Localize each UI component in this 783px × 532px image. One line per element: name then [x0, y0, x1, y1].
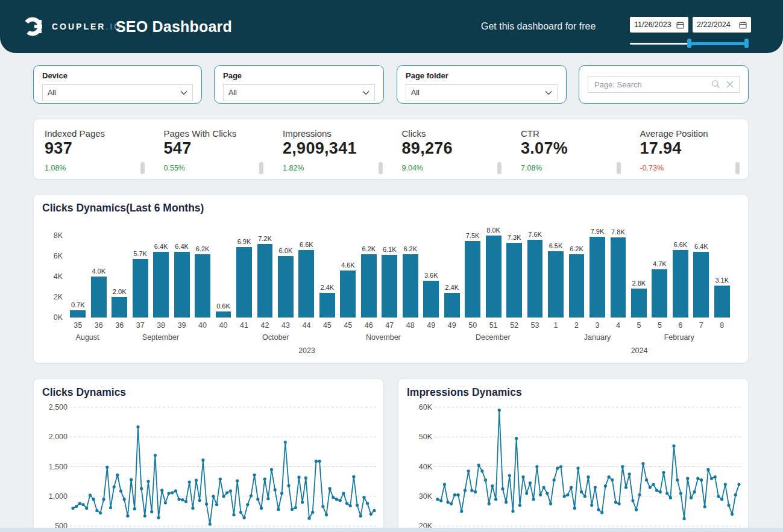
bar[interactable]: [257, 244, 273, 318]
data-point: [171, 491, 174, 494]
bar[interactable]: [195, 254, 210, 318]
month-label: August: [76, 333, 99, 342]
bar[interactable]: [423, 281, 439, 318]
impressions-dynamics-plot[interactable]: [435, 403, 742, 531]
bar-value-label: 8.0K: [486, 227, 500, 234]
filter-device-select[interactable]: All: [42, 84, 193, 101]
bar[interactable]: [91, 277, 107, 318]
bar[interactable]: [590, 237, 605, 318]
data-point: [201, 458, 204, 462]
kpi-scrollbar[interactable]: [497, 162, 502, 174]
bar[interactable]: [112, 297, 127, 318]
bar-slot: 6.0K: [275, 236, 296, 318]
bar[interactable]: [236, 247, 252, 318]
data-point: [573, 507, 576, 510]
date-from-input[interactable]: 11/26/2023: [630, 17, 688, 33]
kpi-label: Indexed Pages: [45, 128, 145, 139]
data-point: [157, 516, 160, 519]
filter-device: Device All: [33, 65, 202, 104]
bar[interactable]: [631, 289, 647, 318]
bar[interactable]: [361, 254, 377, 318]
bar[interactable]: [319, 293, 335, 318]
kpi-scrollbar[interactable]: [379, 162, 383, 174]
kpi-value: 89,276: [402, 139, 502, 158]
slider-track[interactable]: [630, 43, 690, 45]
bar-value-label: 6.0K: [279, 247, 293, 254]
bar[interactable]: [611, 237, 626, 318]
year-label: 2023: [298, 346, 315, 355]
kpi-scrollbar[interactable]: [617, 162, 621, 174]
data-point: [508, 474, 511, 477]
data-point: [342, 492, 345, 495]
page-search-card: [579, 65, 749, 104]
clicks-dynamics-plot[interactable]: [70, 403, 377, 531]
data-point: [362, 496, 365, 499]
page-search-input[interactable]: [593, 80, 711, 90]
bar[interactable]: [486, 236, 502, 318]
clicks-chart-area: 2,5002,0001,5001,000500: [42, 403, 376, 532]
bar[interactable]: [652, 269, 667, 318]
kpi-scrollbar[interactable]: [259, 162, 263, 174]
data-point: [71, 507, 74, 510]
bar[interactable]: [673, 250, 688, 318]
bar-slot: 4.6K: [338, 236, 358, 318]
bar[interactable]: [340, 271, 356, 318]
filter-page-folder-select[interactable]: All: [406, 84, 558, 101]
data-point: [246, 503, 249, 506]
clicks-dynamics-chart-card: Clicks Dynamics 2,5002,0001,5001,000500: [33, 378, 384, 532]
bar-value-label: 6.2K: [403, 245, 417, 252]
kpi-ctr: CTR3.07%7.08%: [510, 119, 629, 179]
impressions-dynamics-chart-card: Impressions Dynamics 60K50K40K30K20K: [398, 378, 749, 532]
coupler-logo[interactable]: COUPLER.IO: [22, 14, 122, 39]
horizontal-scrollbar[interactable]: [0, 528, 783, 532]
bar[interactable]: [506, 243, 522, 318]
bar[interactable]: [382, 255, 397, 318]
y-axis-tick: 2K: [54, 293, 63, 301]
x-axis-tick: 41: [234, 321, 254, 330]
slider-handle-start[interactable]: [687, 39, 691, 48]
search-icon[interactable]: [711, 80, 721, 89]
bar[interactable]: [444, 293, 460, 318]
bar[interactable]: [216, 311, 231, 318]
kpi-scrollbar[interactable]: [140, 162, 145, 174]
clear-search-icon[interactable]: [726, 80, 734, 89]
data-point: [263, 478, 266, 481]
bar[interactable]: [548, 251, 564, 318]
data-point: [294, 506, 297, 509]
bar[interactable]: [403, 254, 418, 318]
x-axis-tick: 49: [421, 321, 441, 330]
bar[interactable]: [714, 286, 730, 318]
calendar-icon[interactable]: [739, 21, 747, 29]
date-to-input[interactable]: 2/22/2024: [693, 17, 751, 33]
bar[interactable]: [174, 252, 190, 318]
slider-handle-end[interactable]: [744, 39, 749, 48]
date-range-slider[interactable]: [630, 39, 750, 48]
slider-selected-range[interactable]: [689, 42, 746, 45]
bar[interactable]: [569, 254, 585, 318]
x-axis-tick: 46: [359, 321, 379, 330]
bar[interactable]: [465, 241, 480, 318]
bar[interactable]: [133, 259, 148, 318]
bar-slot: 6.2K: [566, 236, 586, 318]
bar[interactable]: [298, 250, 314, 318]
bar[interactable]: [527, 240, 543, 318]
bar[interactable]: [70, 310, 86, 318]
kpi-scrollbar[interactable]: [735, 162, 740, 174]
calendar-icon[interactable]: [676, 21, 684, 29]
bar-value-label: 7.2K: [258, 235, 272, 242]
filter-page-select[interactable]: All: [223, 84, 375, 101]
bar-value-label: 6.2K: [196, 245, 210, 252]
bar[interactable]: [278, 256, 294, 318]
data-point: [559, 465, 562, 468]
bar-slot: 8.0K: [483, 236, 503, 318]
bar-value-label: 6.6K: [300, 241, 313, 248]
promo-link[interactable]: Get this dashboard for free: [481, 0, 596, 53]
clicks-chart-y-axis: 2,5002,0001,5001,000500: [42, 403, 68, 531]
bar-slot: 3.1K: [712, 236, 732, 318]
data-point: [539, 493, 542, 496]
bar[interactable]: [693, 252, 709, 318]
data-point: [652, 483, 655, 486]
page-search-row[interactable]: [588, 76, 740, 93]
bar-value-label: 2.4K: [445, 284, 459, 291]
bar[interactable]: [153, 252, 169, 318]
